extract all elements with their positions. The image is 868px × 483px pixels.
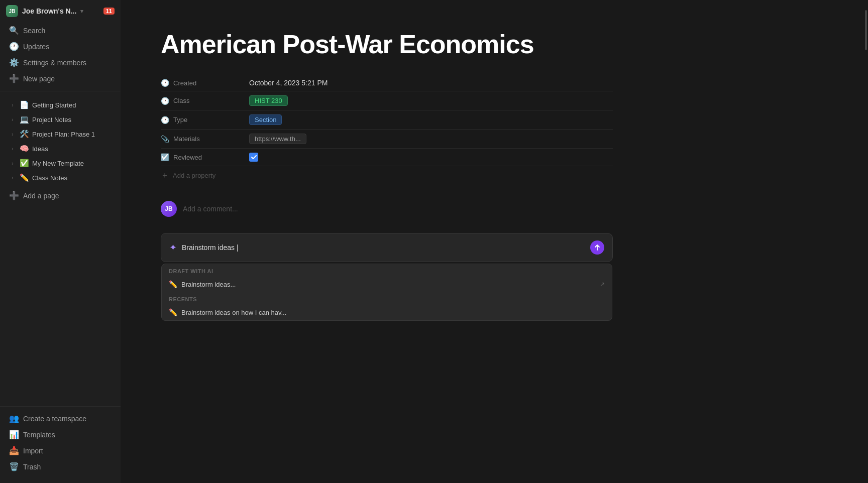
- materials-label-text: Materials: [173, 135, 200, 143]
- avatar: JB: [161, 201, 177, 217]
- workspace-header[interactable]: JB Joe Brown's N... ▾ 11: [0, 0, 121, 22]
- sidebar-item-search[interactable]: 🔍 Search: [3, 23, 118, 38]
- class-prop-icon: 🕐: [161, 97, 169, 105]
- sidebar-item-updates-label: Updates: [23, 43, 49, 51]
- scrollbar-thumb[interactable]: [865, 10, 867, 50]
- reviewed-checkbox[interactable]: [249, 153, 258, 162]
- sidebar-bottom: 👥 Create a teamspace 📊 Templates 📥 Impor…: [0, 398, 121, 475]
- properties-table: 🕐 Created October 4, 2023 5:21 PM 🕐 Clas…: [161, 75, 613, 185]
- add-property-button[interactable]: ＋ Add a property: [161, 166, 613, 185]
- new-page-icon: ➕: [9, 74, 19, 83]
- sidebar-top-nav: 🔍 Search 🕐 Updates ⚙️ Settings & members…: [0, 22, 121, 87]
- scrollbar-track[interactable]: [864, 0, 868, 483]
- settings-icon: ⚙️: [9, 58, 19, 67]
- sidebar-item-create-teamspace[interactable]: 👥 Create a teamspace: [3, 411, 118, 426]
- property-label-class: 🕐 Class: [161, 97, 241, 105]
- project-plan-label: Project Plan: Phase 1: [32, 131, 95, 138]
- ideas-icon: 🧠: [19, 144, 29, 153]
- add-page-button[interactable]: ➕ Add a page: [3, 188, 118, 203]
- chevron-my-new-template: ›: [9, 160, 16, 167]
- property-value-type[interactable]: Section: [249, 114, 282, 125]
- chevron-class-notes: ›: [9, 174, 16, 181]
- reviewed-label-text: Reviewed: [173, 154, 202, 161]
- add-page-icon: ➕: [9, 191, 19, 200]
- created-label-text: Created: [173, 79, 196, 87]
- chevron-getting-started: ›: [9, 101, 16, 108]
- import-icon: 📥: [9, 446, 19, 455]
- materials-prop-icon: 📎: [161, 135, 169, 143]
- dropdown-item-brainstorm-left: ✏️ Brainstorm ideas...: [169, 280, 236, 288]
- dropdown-item-recent-label: Brainstorm ideas on how I can hav...: [181, 309, 286, 316]
- property-row-materials: 📎 Materials https://www.th...: [161, 130, 613, 149]
- trash-label: Trash: [23, 463, 41, 471]
- type-prop-icon: 🕐: [161, 116, 169, 124]
- sidebar-item-ideas[interactable]: › 🧠 Ideas: [3, 142, 118, 156]
- comment-section: JB Add a comment...: [161, 201, 613, 217]
- project-notes-label: Project Notes: [32, 116, 71, 124]
- ai-sparkle-icon: ✦: [169, 242, 177, 253]
- dropdown-item-brainstorm[interactable]: ✏️ Brainstorm ideas... ↗: [162, 276, 612, 292]
- trash-icon: 🗑️: [9, 462, 19, 471]
- type-tag[interactable]: Section: [249, 114, 282, 125]
- class-label-text: Class: [173, 97, 190, 104]
- property-row-created: 🕐 Created October 4, 2023 5:21 PM: [161, 75, 613, 91]
- materials-tag[interactable]: https://www.th...: [249, 134, 306, 144]
- sidebar-divider-top: [0, 91, 121, 91]
- project-notes-icon: 💻: [19, 115, 29, 124]
- getting-started-label: Getting Started: [32, 101, 76, 109]
- dropdown-item-recent-brainstorm[interactable]: ✏️ Brainstorm ideas on how I can hav...: [162, 304, 612, 320]
- sidebar-item-templates[interactable]: 📊 Templates: [3, 427, 118, 442]
- ai-input-field[interactable]: Brainstorm ideas |: [182, 244, 585, 252]
- recents-section-label: Recents: [162, 292, 612, 304]
- dropdown-item-brainstorm-label: Brainstorm ideas...: [181, 281, 236, 288]
- sidebar-item-project-notes[interactable]: › 💻 Project Notes: [3, 112, 118, 127]
- property-value-materials[interactable]: https://www.th...: [249, 134, 306, 144]
- chevron-project-notes: ›: [9, 116, 16, 123]
- page-title[interactable]: American Post-War Economics: [161, 30, 828, 59]
- search-icon: 🔍: [9, 26, 19, 35]
- property-row-type: 🕐 Type Section: [161, 110, 613, 130]
- property-row-reviewed: ☑️ Reviewed: [161, 149, 613, 166]
- sidebar-item-class-notes[interactable]: › ✏️ Class Notes: [3, 171, 118, 185]
- getting-started-icon: 📄: [19, 100, 29, 109]
- chevron-project-plan: ›: [9, 131, 16, 138]
- sidebar-item-updates[interactable]: 🕐 Updates: [3, 39, 118, 54]
- import-label: Import: [23, 447, 43, 455]
- class-tag[interactable]: HIST 230: [249, 95, 288, 106]
- sidebar-item-my-new-template[interactable]: › ✅ My New Template: [3, 156, 118, 170]
- notification-badge[interactable]: 11: [103, 8, 115, 15]
- workspace-info: JB Joe Brown's N... ▾: [6, 5, 83, 17]
- class-notes-icon: ✏️: [19, 173, 29, 182]
- ai-input-container: ✦ Brainstorm ideas | Draft with AI ✏️ Br…: [161, 233, 613, 262]
- property-label-reviewed: ☑️ Reviewed: [161, 153, 241, 161]
- property-label-created: 🕐 Created: [161, 79, 241, 87]
- recent-pen-icon: ✏️: [169, 308, 177, 316]
- sidebar-item-project-plan[interactable]: › 🛠️ Project Plan: Phase 1: [3, 127, 118, 141]
- property-row-class: 🕐 Class HIST 230: [161, 91, 613, 110]
- ideas-label: Ideas: [32, 145, 48, 153]
- property-label-materials: 📎 Materials: [161, 135, 241, 143]
- sidebar: JB Joe Brown's N... ▾ 11 🔍 Search 🕐 Upda…: [0, 0, 121, 483]
- type-label-text: Type: [173, 116, 187, 124]
- class-notes-label: Class Notes: [32, 174, 67, 182]
- my-new-template-icon: ✅: [19, 159, 29, 168]
- comment-input[interactable]: Add a comment...: [183, 205, 613, 213]
- draft-section-label: Draft with AI: [162, 264, 612, 276]
- property-value-class[interactable]: HIST 230: [249, 95, 288, 106]
- sidebar-item-settings[interactable]: ⚙️ Settings & members: [3, 55, 118, 70]
- sidebar-item-new-page[interactable]: ➕ New page: [3, 71, 118, 86]
- create-teamspace-icon: 👥: [9, 414, 19, 423]
- property-value-created[interactable]: October 4, 2023 5:21 PM: [249, 79, 328, 87]
- add-page-label: Add a page: [23, 192, 59, 200]
- created-icon: 🕐: [161, 79, 169, 87]
- ai-send-button[interactable]: [590, 240, 604, 255]
- sidebar-item-import[interactable]: 📥 Import: [3, 443, 118, 458]
- sidebar-item-getting-started[interactable]: › 📄 Getting Started: [3, 98, 118, 112]
- sidebar-nav-tree: › 📄 Getting Started › 💻 Project Notes › …: [0, 95, 121, 187]
- sidebar-item-trash[interactable]: 🗑️ Trash: [3, 459, 118, 474]
- main-content: American Post-War Economics 🕐 Created Oc…: [121, 0, 868, 483]
- chevron-ideas: ›: [9, 145, 16, 152]
- property-value-reviewed[interactable]: [249, 153, 258, 162]
- draft-pen-icon: ✏️: [169, 280, 177, 288]
- add-property-plus-icon: ＋: [161, 170, 169, 181]
